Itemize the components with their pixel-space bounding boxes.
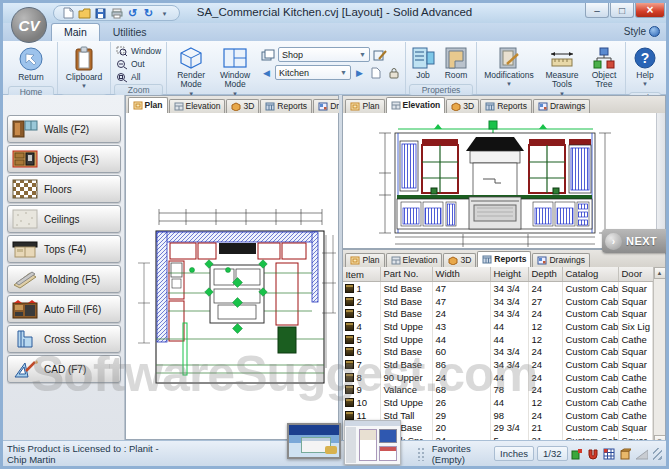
app-logo[interactable]: CV — [11, 7, 47, 43]
maximize-button[interactable]: □ — [610, 3, 634, 18]
render-mode-button[interactable]: Render Mode▼ — [170, 43, 212, 100]
table-row[interactable]: 9Valance687824Custom CabinetCathe — [343, 384, 653, 397]
tab-reports[interactable]: Reports — [260, 99, 312, 113]
tab-utilities[interactable]: Utilities — [100, 23, 160, 41]
sidebar-item-objects[interactable]: Objects (F3) — [7, 145, 121, 173]
zoom-out-button[interactable]: Out — [114, 58, 163, 70]
scroll-up-icon[interactable]: ▲ — [654, 267, 666, 279]
sidebar-item-cad[interactable]: CAD (F7) — [7, 355, 121, 383]
scale-indicator[interactable]: 1/32 — [537, 446, 568, 461]
cell-cat: Custom Cabinet — [563, 371, 619, 384]
help-button[interactable]: ? Help▼ — [629, 43, 661, 91]
snap-icon[interactable] — [570, 447, 584, 461]
tab-main[interactable]: Main — [51, 23, 100, 41]
zoom-window-button[interactable]: Window — [114, 45, 163, 57]
elevation-tab-icon — [174, 102, 184, 111]
tab-drawings[interactable]: Drawings — [533, 99, 590, 113]
sidebar-item-autofill[interactable]: Auto Fill (F6) — [7, 295, 121, 323]
zoom-all-button[interactable]: All — [114, 71, 163, 83]
elevation-scrollbar[interactable] — [656, 113, 665, 248]
col-part-no[interactable]: Part No. — [381, 267, 433, 281]
tab-elevation[interactable]: Elevation — [169, 99, 226, 113]
preview-thumbnail-2[interactable] — [344, 420, 401, 465]
room-icon — [444, 46, 468, 70]
table-row[interactable]: 2Std Base4734 3/427Custom CabinetSquar — [343, 295, 653, 308]
shop-select[interactable]: Shop▼ — [278, 47, 370, 62]
tab-3d[interactable]: 3D — [226, 99, 259, 113]
sidebar-item-ceilings[interactable]: Ceilings — [7, 205, 121, 233]
ribbon-group-tools: Modifications▼ Measure Tools▼ Object Tre… — [477, 42, 626, 94]
next-button[interactable]: › NEXT — [602, 229, 666, 253]
window-mode-button[interactable]: Window Mode▼ — [214, 43, 256, 100]
table-scrollbar[interactable]: ▲ ▼ — [653, 267, 665, 447]
render-mode-icon — [178, 46, 204, 70]
grid-icon[interactable] — [602, 447, 616, 461]
job-button[interactable]: Job — [409, 43, 437, 83]
object-tree-button[interactable]: Object Tree — [586, 43, 622, 93]
table-row[interactable]: 890 Upper244424Custom CabinetCathe — [343, 371, 653, 384]
table-row[interactable]: 3Std Base2434 3/424Custom CabinetSquar — [343, 307, 653, 320]
room-select[interactable]: Kitchen▼ — [275, 65, 351, 80]
cell-width: 47 — [433, 295, 491, 308]
edit-view-icon[interactable] — [372, 48, 388, 62]
tab-3d[interactable]: 3D — [443, 253, 476, 267]
table-row[interactable]: 10Std Uppe264412Custom CabinetCathe — [343, 396, 653, 409]
resize-grip[interactable] — [653, 448, 662, 460]
units-indicator[interactable]: Inches — [494, 446, 534, 461]
sidebar-item-cross-section[interactable]: Cross Section — [7, 325, 121, 353]
cell-height: 34 3/4 — [491, 282, 529, 295]
tab-elevation[interactable]: Elevation — [386, 97, 446, 113]
clipboard-button[interactable]: Clipboard ▼ — [61, 43, 107, 93]
cell-part: Std Base — [381, 358, 433, 371]
sidebar-item-walls[interactable]: Walls (F2) — [7, 115, 121, 143]
table-row[interactable]: 5Std Uppe444412Custom CabinetCathe — [343, 333, 653, 346]
cell-door: Squar — [619, 282, 653, 295]
style-selector[interactable]: Style — [624, 26, 660, 37]
favorites-text[interactable]: Favorites (Empty) — [432, 443, 491, 465]
cell-height: 44 — [491, 320, 529, 333]
col-item[interactable]: Item — [343, 267, 381, 281]
measure-tools-button[interactable]: Measure Tools▼ — [540, 43, 584, 100]
next-room-button[interactable]: ▶ — [353, 68, 366, 78]
close-button[interactable]: × — [635, 3, 665, 18]
tab-reports[interactable]: Reports — [477, 251, 531, 267]
plan-canvas[interactable] — [126, 113, 338, 439]
new-view-icon[interactable] — [368, 66, 384, 80]
tool-sidebar: Walls (F2) Objects (F3) Floors Ceilings … — [3, 95, 125, 440]
col-catalog[interactable]: Catalog — [563, 267, 619, 281]
sidebar-item-floors[interactable]: Floors — [7, 175, 121, 203]
prev-room-button[interactable]: ◀ — [260, 68, 273, 78]
cell-part: Std Uppe — [381, 320, 433, 333]
col-width[interactable]: Width — [433, 267, 491, 281]
table-row[interactable]: 7Std Base8634 3/424Custom CabinetSquar — [343, 358, 653, 371]
tab-plan[interactable]: Plan — [345, 99, 384, 113]
return-button[interactable]: Return — [8, 43, 54, 85]
lock-icon[interactable] — [386, 66, 402, 80]
table-row[interactable]: 4Std Uppe434412Custom CabinetSix Lig — [343, 320, 653, 333]
elevation-canvas[interactable] — [343, 113, 665, 248]
statusbar-grip[interactable] — [417, 447, 423, 461]
tab-reports[interactable]: Reports — [480, 99, 532, 113]
shop-layers-icon[interactable] — [260, 48, 276, 62]
clipboard-icon — [73, 46, 95, 72]
col-height[interactable]: Height — [491, 267, 529, 281]
tab-3d[interactable]: 3D — [446, 99, 479, 113]
tab-plan[interactable]: Plan — [128, 97, 168, 113]
preview-thumbnail-1[interactable] — [287, 423, 341, 459]
room-button[interactable]: Room — [439, 43, 473, 83]
triangle-icon[interactable] — [634, 447, 649, 461]
cell-depth: 21 — [529, 421, 563, 434]
magnet-icon[interactable] — [586, 447, 600, 461]
col-depth[interactable]: Depth — [529, 267, 563, 281]
box-icon[interactable] — [618, 447, 632, 461]
sidebar-item-tops[interactable]: Tops (F4) — [7, 235, 121, 263]
table-row[interactable]: 1Std Base4734 3/424Custom CabinetSquar — [343, 282, 653, 295]
tab-drawings[interactable]: Drawings — [532, 253, 589, 267]
modifications-button[interactable]: Modifications▼ — [480, 43, 538, 91]
minimize-button[interactable]: – — [585, 3, 609, 18]
tab-plan[interactable]: Plan — [345, 253, 384, 267]
table-row[interactable]: 6Std Base6034 3/424Custom CabinetSquar — [343, 345, 653, 358]
thumbnail-titlebar — [345, 421, 400, 426]
sidebar-item-molding[interactable]: Molding (F5) — [7, 265, 121, 293]
tab-elevation[interactable]: Elevation — [386, 253, 443, 267]
